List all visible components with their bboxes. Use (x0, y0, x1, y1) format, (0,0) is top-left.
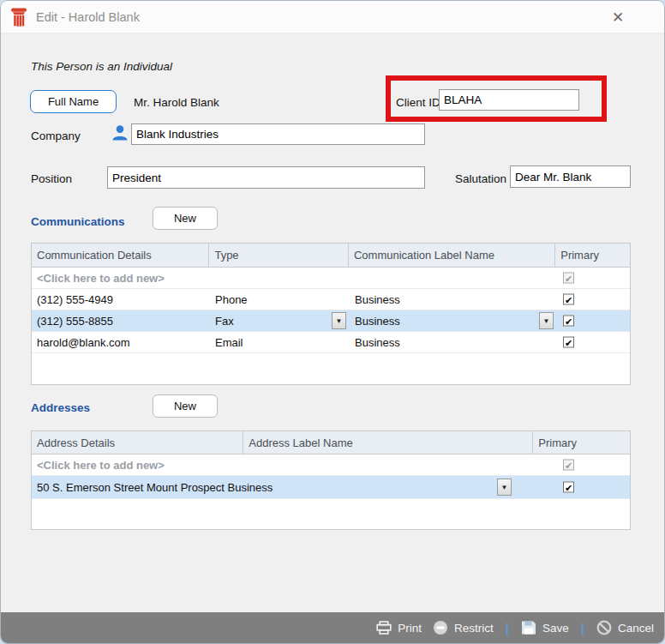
toolbar-separator: | (506, 621, 509, 635)
cancel-icon (596, 620, 612, 635)
addresses-add-new-row[interactable]: <Click here to add new> ✔ (32, 454, 630, 476)
addresses-title: Addresses (31, 401, 90, 414)
salutation-label: Salutation (455, 172, 506, 185)
communication-type: Phone (210, 293, 350, 306)
col-communication-label-name: Communication Label Name (349, 244, 555, 267)
client-id-input[interactable] (439, 89, 579, 111)
edit-person-dialog: Edit - Harold Blank ✕ This Person is an … (0, 0, 665, 644)
window-title: Edit - Harold Blank (36, 10, 140, 24)
primary-checkbox[interactable]: ✔ (563, 482, 574, 493)
col-primary: Primary (555, 244, 630, 267)
company-label: Company (31, 129, 81, 142)
communications-add-new-row[interactable]: <Click here to add new> ✔ (32, 268, 630, 289)
col-address-details: Address Details (32, 431, 243, 454)
addresses-header-row: Address Details Address Label Name Prima… (32, 431, 630, 454)
communication-label: Business (350, 293, 557, 306)
full-name-button[interactable]: Full Name (30, 90, 117, 113)
label-dropdown-icon[interactable]: ▼ (539, 312, 554, 329)
cancel-label: Cancel (618, 622, 654, 635)
print-label: Print (398, 622, 422, 635)
primary-checkbox-disabled: ✔ (563, 460, 574, 471)
salutation-input[interactable] (510, 166, 631, 188)
communications-new-button[interactable]: New (153, 207, 218, 230)
print-button[interactable]: Print (376, 621, 422, 635)
address-details: 50 S. Emerson Street Mount Prospect Busi… (32, 481, 535, 494)
save-button[interactable]: Save (521, 620, 569, 635)
individual-note: This Person is an Individual (31, 60, 172, 73)
communication-type: Email (210, 336, 350, 349)
company-input[interactable] (131, 123, 425, 145)
add-new-link[interactable]: <Click here to add new> (32, 459, 535, 472)
restrict-button[interactable]: Restrict (433, 620, 494, 635)
primary-checkbox-disabled: ✔ (563, 273, 574, 284)
communication-label: Business (350, 315, 557, 328)
communication-details: (312) 555-4949 (32, 293, 210, 306)
position-label: Position (31, 172, 72, 185)
address-dropdown-icon[interactable]: ▼ (497, 478, 512, 496)
communications-header-row: Communication Details Type Communication… (32, 244, 630, 268)
client-id-label: Client ID (396, 96, 440, 109)
addresses-new-button[interactable]: New (153, 394, 218, 418)
position-input[interactable] (107, 166, 425, 189)
close-icon[interactable]: ✕ (604, 5, 632, 29)
col-communication-details: Communication Details (32, 244, 209, 267)
col-primary: Primary (533, 431, 630, 454)
primary-checkbox[interactable]: ✔ (563, 337, 574, 348)
type-dropdown-icon[interactable]: ▼ (332, 312, 346, 329)
col-address-label-name: Address Label Name (243, 431, 533, 454)
save-label: Save (542, 622, 569, 635)
primary-checkbox[interactable]: ✔ (563, 294, 574, 305)
communication-label: Business (350, 336, 557, 349)
communications-table: Communication Details Type Communication… (31, 243, 631, 385)
primary-checkbox[interactable]: ✔ (563, 316, 574, 327)
title-bar: Edit - Harold Blank ✕ (1, 1, 664, 33)
bottom-toolbar: Print Restrict | Save | (1, 612, 664, 643)
communication-row-email[interactable]: harold@blank.com Email Business ✔ (32, 332, 630, 353)
addresses-table: Address Details Address Label Name Prima… (31, 430, 631, 530)
restrict-label: Restrict (454, 622, 494, 635)
communication-row-phone[interactable]: (312) 555-4949 Phone Business ✔ (32, 289, 630, 310)
save-icon (521, 620, 536, 635)
communications-title: Communications (31, 215, 125, 228)
restrict-icon (433, 620, 448, 635)
person-icon (111, 123, 129, 142)
toolbar-separator: | (581, 621, 584, 635)
add-new-link[interactable]: <Click here to add new> (32, 272, 557, 285)
communication-details: harold@blank.com (32, 336, 210, 349)
address-row-selected[interactable]: 50 S. Emerson Street Mount Prospect Busi… (32, 476, 630, 499)
communication-type: Fax (210, 315, 350, 328)
app-pillar-icon (9, 7, 28, 27)
communication-row-fax-selected[interactable]: (312) 555-8855 Fax Business ▼ ▼ ✔ (32, 310, 630, 332)
cancel-button[interactable]: Cancel (596, 620, 654, 635)
full-name-value: Mr. Harold Blank (134, 96, 219, 109)
communication-details: (312) 555-8855 (32, 315, 210, 328)
col-type: Type (209, 244, 349, 267)
print-icon (376, 621, 392, 635)
